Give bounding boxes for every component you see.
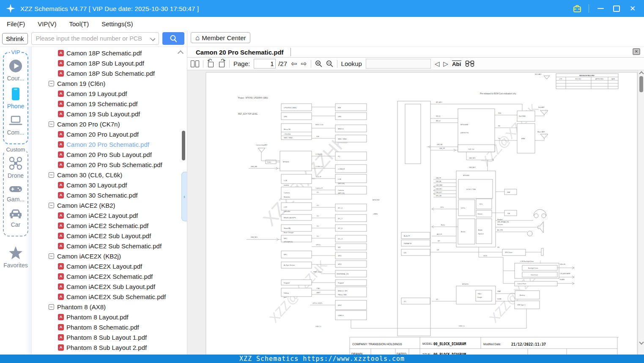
tree-file[interactable]: APhantom 8 Sub Layout 1.pdf	[32, 332, 187, 342]
tree-file[interactable]: ACamon 19 Layout.pdf	[32, 88, 187, 99]
scroll-up-icon[interactable]	[639, 71, 644, 76]
text-select-button[interactable]: Abi	[452, 60, 461, 67]
svg-text:MT6166M: MT6166M	[460, 124, 468, 126]
svg-text:SIM1 / SIM2: SIM1 / SIM2	[338, 138, 347, 140]
tree-file[interactable]: APhantom 8 Schematic.pdf	[32, 322, 187, 332]
tree-file[interactable]: ACamon 19 Schematic.pdf	[32, 99, 187, 109]
svg-text:SIM: SIM	[316, 136, 319, 138]
pdf-scrollbar-thumb[interactable]	[639, 76, 643, 92]
panel-collapse-handle[interactable]: ‹	[181, 172, 187, 221]
zoom-in-button[interactable]	[315, 60, 322, 67]
tree-file[interactable]: ACamon iACE2 Layout.pdf	[32, 210, 187, 220]
tree-scrollbar-thumb[interactable]	[182, 131, 185, 160]
svg-text:Speech: Speech	[478, 233, 484, 235]
tree-group[interactable]: −Phantom 8 (AX8)	[32, 302, 187, 312]
shrink-button[interactable]: Shrink	[2, 33, 28, 44]
collapse-icon[interactable]: −	[49, 121, 54, 127]
model-search-input[interactable]	[31, 32, 159, 45]
tree-file[interactable]: APhantom 8 Layout.pdf	[32, 312, 187, 322]
svg-text:I2C: I2C	[317, 215, 319, 217]
tree-group[interactable]: −Camon 30 (CL6, CL6k)	[32, 170, 187, 180]
binoculars-button[interactable]	[465, 60, 474, 67]
sidebar-item-drone[interactable]: Drone	[4, 156, 27, 179]
menu-item-file[interactable]: File(F)	[7, 20, 25, 28]
pdf-canvas[interactable]: XZZ@XZZHKXZZ@XZZHKXZZ@XZZHKXZZ@XZZHKProj…	[187, 70, 644, 355]
svg-text:(MIPI DSI): (MIPI DSI)	[338, 183, 345, 184]
find-prev-button[interactable]: ◁	[435, 60, 440, 68]
svg-text:PERIPHERAL_EN: PERIPHERAL_EN	[337, 273, 349, 275]
rotate-right-button[interactable]: ↷	[218, 60, 225, 67]
svg-text:RF I/Q: RF I/Q	[436, 116, 441, 117]
sidebar-item-computer[interactable]: Com...	[4, 115, 27, 136]
svg-text:26M_BB: 26M_BB	[436, 181, 441, 182]
menubar: File(F) VIP(V) Tool(T) Settings(S)	[0, 17, 644, 30]
zoom-out-button[interactable]	[326, 60, 333, 67]
tree-file[interactable]: ACamon iACE2 Sub Schematic.pdf	[32, 241, 187, 251]
page-input[interactable]	[254, 59, 276, 69]
tree-file[interactable]: ACamon 19 Sub Layout.pdf	[32, 109, 187, 119]
close-button[interactable]: ✕	[628, 4, 637, 13]
pdf-icon: A	[58, 243, 64, 249]
tree-file[interactable]: ACamon iACE2X Sub Layout.pdf	[32, 281, 187, 292]
member-center-button[interactable]: ⌂ Member Center	[191, 32, 250, 43]
tab-close-icon[interactable]: ✕	[633, 48, 640, 55]
menu-item-settings[interactable]: Settings(S)	[101, 20, 133, 28]
search-button[interactable]	[162, 32, 184, 45]
sidebar-item-games[interactable]: Gam...	[4, 184, 27, 203]
collapse-icon[interactable]: −	[49, 81, 54, 86]
laptop-icon	[8, 115, 23, 127]
svg-text:Keypad: Keypad	[338, 282, 344, 284]
collapse-icon[interactable]: −	[49, 172, 54, 178]
collapse-icon[interactable]: −	[49, 304, 54, 310]
maximize-button[interactable]	[612, 4, 621, 13]
tree-file[interactable]: ACamon 30 Schematic.pdf	[32, 190, 187, 200]
tree-group[interactable]: −Camon 20 Pro (CK7n)	[32, 119, 187, 129]
svg-text:RTC: RTC	[480, 204, 483, 205]
tree-file[interactable]: ACamon 18P Schematic.pdf	[32, 48, 187, 58]
tree-group[interactable]: −Camon 19 (Cl6n)	[32, 78, 187, 88]
svg-text:UFS: UFS	[284, 116, 287, 118]
schematic-svg: XZZ@XZZHKXZZ@XZZHKXZZ@XZZHKXZZ@XZZHKProj…	[187, 70, 644, 355]
minimize-button[interactable]	[596, 4, 605, 13]
tree-file[interactable]: ACamon 30 Layout.pdf	[32, 180, 187, 190]
svg-text:Modules: Modules	[284, 196, 290, 198]
sidebar-item-courses[interactable]: Cour...	[4, 59, 27, 82]
tree-group[interactable]: −Camon iACE2 (KB2)	[32, 200, 187, 210]
pdf-icon: A	[58, 70, 64, 77]
tree-file[interactable]: ACamon iACE2 Schematic.pdf	[32, 220, 187, 231]
tree-file[interactable]: ACamon iACE2 Sub Layout.pdf	[32, 231, 187, 241]
tree-file[interactable]: ACamon 18P Sub Schematic.pdf	[32, 68, 187, 78]
tree-file[interactable]: ACamon 18P Sub Layout.pdf	[32, 58, 187, 68]
menu-item-tool[interactable]: Tool(T)	[69, 20, 89, 28]
tab-active[interactable]: Camon 20 Pro Schematic.pdf	[187, 49, 284, 56]
tree-file[interactable]: ACamon 20 Pro Sub Schematic.pdf	[32, 160, 187, 170]
two-page-view-button[interactable]	[191, 60, 199, 67]
svg-text:RxD ANT: RxD ANT	[538, 107, 545, 108]
collapse-icon[interactable]: −	[49, 203, 54, 208]
tree-file[interactable]: ACamon 20 Pro Schematic.pdf	[32, 139, 187, 149]
lookup-input[interactable]	[366, 59, 431, 69]
tree-file[interactable]: ACamon iACE2X Schematic.pdf	[32, 271, 187, 281]
svg-text:26M_NFC: 26M_NFC	[251, 236, 258, 238]
prev-page-button[interactable]: ⇦	[291, 59, 297, 68]
rotate-left-button[interactable]: ↶	[207, 60, 214, 67]
sidebar-item-favorites[interactable]: Favorites	[0, 246, 31, 269]
sidebar-item-car[interactable]: Car	[4, 208, 27, 228]
collapse-icon[interactable]: −	[49, 253, 54, 259]
svg-text:TCXO: TCXO	[267, 162, 271, 163]
tree-file[interactable]: APhantom 8 Sub Layout 2.pdf	[32, 342, 187, 352]
sidebar-item-phone[interactable]: Phone	[4, 87, 27, 110]
tree-group[interactable]: −Camon iACE2X (KB2j)	[32, 251, 187, 261]
tree-file[interactable]: ACamon iACE2X Sub Schematic.pdf	[32, 292, 187, 302]
scroll-down-icon[interactable]	[639, 340, 644, 344]
pdf-scrollbar[interactable]	[638, 70, 644, 355]
tree-file[interactable]: ACamon iACE2X Layout.pdf	[32, 261, 187, 271]
svg-text:Audio IF: Audio IF	[404, 235, 410, 237]
tree-file[interactable]: ACamon 20 Pro Sub Layout.pdf	[32, 149, 187, 160]
find-next-button[interactable]: ▷	[443, 60, 448, 68]
vip-badge-icon[interactable]	[573, 4, 582, 13]
next-page-button[interactable]: ⇨	[301, 59, 307, 68]
tree-file[interactable]: ACamon 20 Pro Layout.pdf	[32, 129, 187, 139]
menu-item-vip[interactable]: VIP(V)	[38, 20, 56, 28]
svg-text:(ST21NFCD): (ST21NFCD)	[284, 241, 293, 243]
